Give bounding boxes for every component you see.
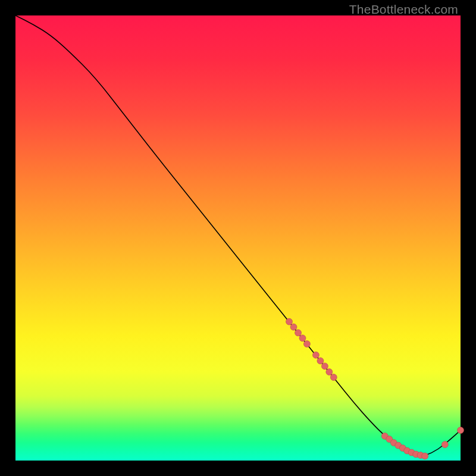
bottleneck-curve bbox=[15, 15, 461, 455]
marker-dot bbox=[326, 369, 333, 375]
marker-dot bbox=[441, 441, 448, 448]
marker-dot bbox=[422, 453, 428, 459]
marker-dot bbox=[330, 374, 337, 381]
marker-dot bbox=[286, 318, 293, 325]
watermark-text: TheBottleneck.com bbox=[349, 2, 458, 17]
plot-area bbox=[15, 15, 461, 461]
marker-dot bbox=[458, 427, 464, 434]
curve-svg bbox=[15, 15, 461, 461]
marker-dot bbox=[290, 324, 297, 330]
marker-dot bbox=[299, 335, 306, 342]
marker-dots bbox=[286, 318, 464, 459]
marker-dot bbox=[295, 330, 302, 336]
chart-frame: TheBottleneck.com bbox=[0, 0, 476, 476]
marker-dot bbox=[312, 352, 319, 358]
marker-dot bbox=[321, 363, 328, 369]
marker-dot bbox=[303, 341, 310, 347]
marker-dot bbox=[317, 358, 324, 364]
